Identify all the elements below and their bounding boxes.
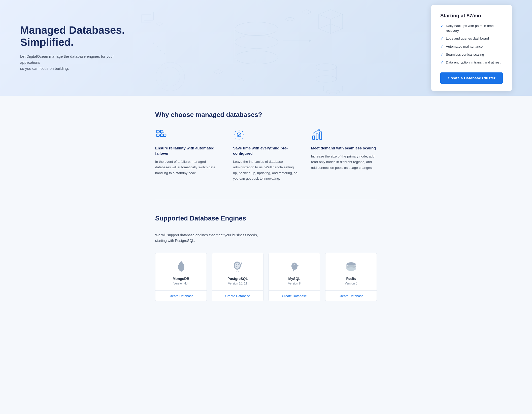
feature-card-desc-1: In the event of a failure, managed datab…	[155, 159, 221, 176]
features-grid: Ensure reliability with automated failov…	[155, 129, 377, 181]
engine-card-postgresql: PostgreSQL Version 10, 11 Create Databas…	[212, 253, 263, 301]
create-db-redis[interactable]: Create Database	[339, 294, 363, 298]
feature-item-4: Seamless vertical scaling	[440, 52, 503, 57]
create-db-mysql[interactable]: Create Database	[282, 294, 307, 298]
feature-card-preconfig: Save time with everything pre-configured…	[233, 129, 299, 181]
engine-card-body-mysql: MySQL Version 8	[269, 253, 320, 290]
hero-subtitle: Let DigitalOcean manage the database eng…	[20, 53, 116, 72]
hero-section: Managed Databases.Simplified. Let Digita…	[0, 0, 532, 96]
engine-name-redis: Redis	[346, 277, 356, 281]
svg-rect-45	[316, 134, 318, 139]
engine-card-mongodb: MongoDB Version 4.4 Create Database	[155, 253, 207, 301]
engine-card-redis: Redis Version 5 Create Database	[325, 253, 377, 301]
failover-icon	[155, 129, 167, 141]
engine-name-mysql: MySQL	[288, 277, 300, 281]
feature-item-1: Daily backups with point-in-time recover…	[440, 24, 503, 33]
mongodb-icon	[175, 260, 188, 273]
svg-rect-10	[142, 14, 151, 23]
scaling-icon	[311, 129, 323, 141]
pricing-title: Starting at $7/mo	[440, 13, 503, 19]
engine-card-body-postgresql: PostgreSQL Version 10, 11	[212, 253, 263, 290]
feature-card-title-3: Meet demand with seamless scaling	[311, 145, 377, 151]
feature-card-scaling: Meet demand with seamless scaling Increa…	[311, 129, 377, 181]
svg-point-24	[326, 90, 330, 94]
pricing-card: Starting at $7/mo Daily backups with poi…	[431, 5, 512, 91]
svg-marker-13	[309, 40, 312, 42]
feature-item-3: Automated maintenance	[440, 44, 503, 49]
svg-point-14	[315, 64, 337, 71]
svg-line-21	[242, 79, 246, 82]
engine-version-postgresql: Version 10, 11	[228, 282, 247, 285]
create-db-mongodb[interactable]: Create Database	[169, 294, 193, 298]
svg-rect-34	[160, 130, 163, 133]
engines-section-title: Supported Database Engines	[155, 214, 377, 222]
hero-title: Managed Databases.Simplified.	[20, 24, 151, 49]
why-section: Why choose managed databases?	[155, 111, 377, 181]
svg-marker-30	[213, 70, 223, 74]
svg-point-0	[235, 22, 278, 35]
svg-point-55	[347, 267, 356, 271]
svg-point-4	[235, 35, 278, 49]
svg-marker-5	[319, 10, 343, 19]
redis-icon	[345, 260, 358, 273]
engine-card-body-redis: Redis Version 5	[325, 253, 377, 290]
svg-marker-32	[156, 22, 163, 25]
svg-line-22	[239, 77, 242, 79]
engine-version-redis: Version 5	[345, 282, 357, 285]
svg-point-17	[315, 76, 337, 82]
svg-point-26	[153, 43, 154, 44]
svg-point-29	[164, 53, 165, 54]
svg-marker-31	[302, 10, 312, 14]
create-cluster-button[interactable]: Create a Database Cluster	[440, 73, 503, 84]
create-db-postgresql[interactable]: Create Database	[225, 294, 250, 298]
feature-card-desc-2: Leave the intricacies of database admini…	[233, 159, 299, 181]
engine-name-mongodb: MongoDB	[173, 277, 189, 281]
engine-card-body-mongodb: MongoDB Version 4.4	[155, 253, 207, 290]
svg-rect-44	[313, 136, 315, 139]
feature-card-title-1: Ensure reliability with automated failov…	[155, 145, 221, 156]
feature-item-5: Data encryption in transit and at rest	[440, 60, 503, 66]
postgresql-icon	[231, 260, 244, 273]
svg-rect-33	[157, 130, 159, 133]
svg-point-25	[336, 90, 340, 94]
feature-card-failover: Ensure reliability with automated failov…	[155, 129, 221, 181]
svg-point-51	[238, 264, 239, 265]
engines-section: Supported Database Engines We will suppo…	[155, 199, 377, 301]
feature-item-2: Logs and queries dashboard	[440, 36, 503, 41]
svg-marker-9	[319, 24, 343, 34]
mysql-icon	[288, 260, 301, 273]
engine-card-footer-postgresql: Create Database	[212, 290, 263, 301]
svg-rect-42	[163, 134, 166, 137]
main-content: Why choose managed databases?	[145, 96, 387, 316]
svg-rect-11	[144, 12, 154, 20]
config-icon	[233, 129, 245, 141]
svg-point-52	[293, 265, 293, 265]
engine-card-footer-mongodb: Create Database	[155, 290, 207, 301]
engine-version-mongodb: Version 4.4	[173, 282, 188, 285]
engine-card-mysql: MySQL Version 8 Create Database	[269, 253, 320, 301]
svg-rect-46	[320, 132, 322, 139]
svg-rect-23	[323, 85, 343, 92]
engines-subtitle: We will support database engines that me…	[155, 232, 269, 244]
svg-rect-36	[160, 134, 163, 137]
svg-point-18	[156, 62, 185, 91]
svg-point-50	[236, 264, 237, 265]
svg-point-28	[160, 50, 161, 51]
engine-card-footer-redis: Create Database	[325, 290, 377, 301]
why-section-title: Why choose managed databases?	[155, 111, 377, 119]
feature-card-title-2: Save time with everything pre-configured	[233, 145, 299, 156]
svg-point-49	[235, 263, 240, 269]
feature-card-desc-3: Increase the size of the primary node, a…	[311, 154, 377, 171]
hero-content: Managed Databases.Simplified. Let Digita…	[20, 24, 151, 72]
engine-card-footer-mysql: Create Database	[269, 290, 320, 301]
engine-name-postgresql: PostgreSQL	[227, 277, 248, 281]
svg-point-19	[161, 67, 180, 86]
svg-point-27	[157, 46, 158, 47]
engine-version-mysql: Version 8	[288, 282, 301, 285]
svg-rect-35	[157, 134, 159, 137]
svg-point-3	[235, 51, 278, 64]
feature-list: Daily backups with point-in-time recover…	[440, 24, 503, 65]
engines-grid: MongoDB Version 4.4 Create Database	[155, 253, 377, 301]
